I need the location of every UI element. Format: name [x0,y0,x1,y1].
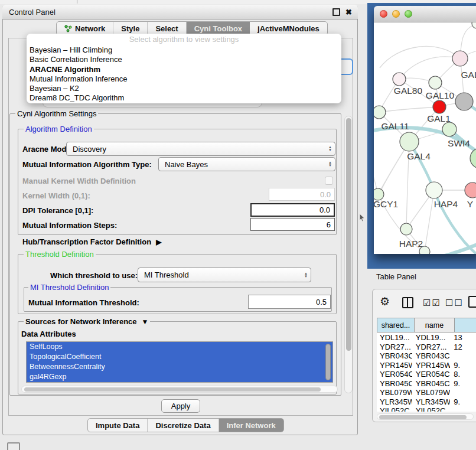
algorithm-option[interactable]: Basic Correlation Inference [27,55,341,64]
svg-text:HAP4: HAP4 [434,199,458,209]
attribute-item[interactable]: gal4RGexp [27,372,332,382]
hub-tf-section-toggle[interactable]: Hub/Transcription Factor Definition ▶ [22,237,161,246]
which-threshold-combobox[interactable]: MI Threshold ▲▼ [138,268,311,282]
network-node[interactable] [472,22,476,28]
mi-type-combobox[interactable]: Naive Bayes ▲▼ [158,157,335,171]
algorithm-option[interactable]: Bayesian – K2 [27,84,341,93]
svg-text:SWI4: SWI4 [448,138,470,148]
dpi-tolerance-label: DPI Tolerance [0,1]: [22,206,93,215]
mi-threshold-label: Mutual Information Threshold: [28,298,139,307]
tab-discretize-data[interactable]: Discretize Data [148,419,219,432]
manual-kernel-label: Manual Kernel Width Definition [22,177,136,185]
svg-text:GCY1: GCY1 [374,199,398,209]
sources-group-toggle[interactable]: Sources for Network Inference ▼ [24,317,150,326]
svg-text:GAL1: GAL1 [427,113,451,123]
panel-title: Control Panel [2,8,56,17]
deselect-all-checkboxes-icon[interactable]: ☐☐ [445,298,464,308]
column-header-clipped[interactable] [454,318,476,332]
mi-threshold-field[interactable]: 0.5 [248,295,331,309]
tab-label: Network [75,24,105,33]
table-row[interactable]: YER054CYER054C8. [377,370,476,379]
network-node-gal4[interactable] [400,132,419,151]
table-row[interactable]: YPR145WYPR145W9. [377,361,476,370]
algorithm-dropdown-popup: Select algorithm to view settings Bayesi… [27,34,341,103]
algorithm-definition-title: Algorithm Definition [24,125,94,133]
network-node-gal80[interactable] [393,73,406,86]
tab-infer-network[interactable]: Infer Network [219,419,283,432]
apply-button[interactable]: Apply [161,399,200,413]
dpi-tolerance-field[interactable]: 0.0 [250,203,335,217]
network-node-gray[interactable] [455,93,473,110]
tab-impute-data[interactable]: Impute Data [88,419,148,432]
network-canvas[interactable]: GAL GAL80 GAL10 GAL1 GAL11 SWI4 GAL4 GCY… [374,22,476,254]
attributes-scrollbar-thumb[interactable] [325,344,331,380]
svg-text:GAL80: GAL80 [394,86,423,96]
tab-network[interactable]: Network [57,22,113,35]
attribute-item[interactable]: BetweennessCentrality [27,362,332,372]
table-body: YDL19...YDL19...13 YDR27...YDR27...12 YB… [377,333,476,412]
table-row[interactable]: YBL079WYBL079W [377,388,476,397]
float-window-icon[interactable] [332,8,340,16]
attributes-hscrollbar-thumb[interactable] [24,387,321,392]
kernel-width-label: Kernel Width (0,1): [22,191,90,200]
columns-icon[interactable] [402,297,413,308]
svg-text:GAL4: GAL4 [407,151,431,161]
network-node-gcy1[interactable] [374,188,384,200]
network-node-salmon[interactable] [465,182,476,198]
network-node-gal[interactable] [452,51,468,66]
table-row[interactable]: YBR043CYBR043C [377,351,476,361]
table-row[interactable]: YLR345WYLR345W9. [377,397,476,407]
mouse-cursor [359,214,365,222]
network-node-swi4[interactable] [442,122,457,136]
close-window-icon[interactable]: ✖ [345,8,352,17]
manual-kernel-checkbox[interactable] [325,177,333,185]
aracne-mode-combobox[interactable]: Discovery ▲▼ [66,142,335,156]
network-node-gal11[interactable] [374,106,386,119]
column-header-name[interactable]: name [414,318,455,332]
table-row[interactable]: YDL19...YDL19...13 [377,333,476,343]
attribute-item[interactable]: TopologicalCoefficient [27,352,332,362]
network-icon [64,25,72,32]
gear-icon[interactable]: ⚙ [380,296,390,307]
network-node-gal1[interactable] [433,100,446,113]
attribute-item[interactable]: SelfLoops [27,342,332,352]
algorithm-option[interactable]: Bayesian – Hill Climbing [27,45,341,55]
minimized-panel-icon[interactable] [7,442,20,450]
close-traffic-light-icon[interactable] [380,10,387,18]
algorithm-option[interactable]: Dream8 DC_TDC Algorithm [27,93,341,103]
which-threshold-label: Which threshold to use: [50,271,138,280]
settings-scrollbar[interactable] [344,116,353,393]
network-node-hap2[interactable] [400,223,412,235]
select-all-checkboxes-icon[interactable]: ☑☑ [423,298,441,308]
attributes-hscrollbar[interactable] [21,386,338,393]
algorithm-option-selected[interactable]: ARACNE Algorithm [27,65,341,74]
screen: Control Panel ✖ Network Style Select Cyn… [0,0,476,450]
table-row[interactable]: YBR045CYBR045C9. [377,379,476,389]
network-node-gal10[interactable] [429,76,442,89]
table-hscrollbar-thumb[interactable] [379,415,467,419]
tab-jactivemnodules[interactable]: jActiveMNodules [250,22,327,35]
algorithm-option[interactable]: Mutual Information Inference [27,74,341,84]
tab-select[interactable]: Select [148,22,186,35]
network-window-titlebar [374,6,476,22]
tab-style[interactable]: Style [113,22,148,35]
mi-type-label: Mutual Information Algorithm Type: [22,160,152,169]
network-node[interactable] [470,148,476,168]
zoom-traffic-light-icon[interactable] [405,10,412,18]
collapse-down-icon: ▼ [142,318,149,326]
table-row[interactable]: YDR27...YDR27...12 [377,343,476,352]
mi-steps-field[interactable]: 6 [250,218,335,231]
kernel-width-field[interactable]: 0.0 [269,188,335,201]
table-row[interactable]: YIL052CYIL052C [377,406,476,412]
settings-scrollbar-thumb[interactable] [346,118,351,351]
svg-text:Y: Y [467,199,473,209]
column-header-shared-name[interactable]: shared... [377,318,415,332]
tab-cyni-toolbox[interactable]: Cyni Toolbox [187,22,250,35]
page-icon[interactable] [468,296,476,308]
network-node-hap4[interactable] [426,182,442,198]
table-hscrollbar[interactable] [377,413,474,420]
cyni-bottom-tabbar: Impute Data Discretize Data Infer Networ… [87,418,284,432]
control-panel-titlebar: Control Panel ✖ [2,5,358,19]
table-panel-title: Table Panel [376,272,416,281]
minimize-traffic-light-icon[interactable] [392,10,400,18]
